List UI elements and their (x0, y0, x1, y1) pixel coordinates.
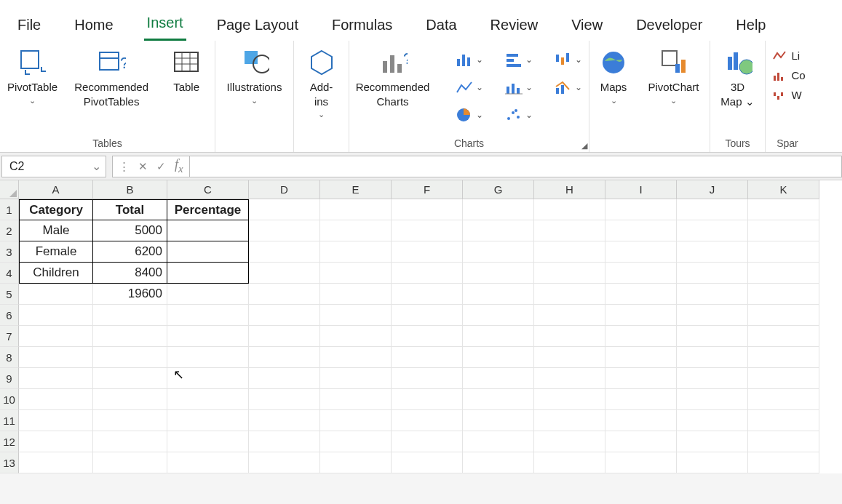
charts-dialog-launcher[interactable]: ◢ (581, 141, 587, 151)
pivottable-button[interactable]: PivotTable ⌄ (3, 45, 62, 111)
cell-K11[interactable] (748, 410, 819, 431)
line-chart-button[interactable]: ⌄ (448, 74, 491, 100)
sparkline-column-button[interactable]: Co (769, 68, 808, 83)
cell-F1[interactable] (392, 199, 463, 220)
3d-map-button[interactable]: 3DMap ⌄ (712, 45, 763, 111)
tab-formulas[interactable]: Formulas (329, 12, 395, 41)
cell-J7[interactable] (677, 326, 748, 347)
cell-G6[interactable] (463, 305, 534, 326)
cell-G3[interactable] (463, 241, 534, 263)
cell-F8[interactable] (392, 347, 463, 368)
select-all-corner[interactable] (0, 180, 19, 199)
column-header-A[interactable]: A (19, 180, 93, 199)
cell-I11[interactable] (605, 410, 677, 431)
illustrations-button[interactable]: Illustrations ⌄ (223, 45, 287, 108)
cell-D5[interactable] (249, 284, 320, 305)
cell-K3[interactable] (748, 241, 819, 263)
cell-G10[interactable] (463, 389, 534, 410)
cell-C8[interactable] (167, 347, 249, 368)
cell-D11[interactable] (249, 410, 320, 431)
cell-J6[interactable] (677, 305, 748, 326)
column-header-G[interactable]: G (463, 180, 534, 199)
spreadsheet-grid[interactable]: ABCDEFGHIJK 1CategoryTotalPercentage2Mal… (0, 180, 842, 473)
cell-J2[interactable] (677, 220, 748, 241)
cell-B9[interactable] (93, 368, 167, 389)
cell-F9[interactable] (392, 368, 463, 389)
cell-B12[interactable] (93, 431, 167, 452)
cell-H9[interactable] (534, 368, 605, 389)
cell-J13[interactable] (677, 452, 748, 473)
cell-K4[interactable] (748, 263, 819, 284)
column-header-J[interactable]: J (677, 180, 748, 199)
cell-G11[interactable] (463, 410, 534, 431)
cell-E9[interactable] (320, 368, 392, 389)
cell-A13[interactable] (19, 452, 93, 473)
cell-F6[interactable] (392, 305, 463, 326)
cell-I12[interactable] (605, 431, 677, 452)
cell-D10[interactable] (249, 389, 320, 410)
cell-E4[interactable] (320, 263, 392, 284)
cell-B8[interactable] (93, 347, 167, 368)
cell-F11[interactable] (392, 410, 463, 431)
addins-button[interactable]: Add- ins ⌄ (296, 45, 347, 122)
cell-E3[interactable] (320, 241, 392, 263)
statistic-chart-button[interactable]: ⌄ (497, 74, 541, 100)
cell-E1[interactable] (320, 199, 392, 220)
row-header-1[interactable]: 1 (0, 199, 19, 220)
cell-K1[interactable] (748, 199, 819, 220)
bar-chart-button[interactable]: ⌄ (497, 47, 541, 73)
combo-chart-button[interactable]: ⌄ (547, 74, 590, 100)
tab-insert[interactable]: Insert (144, 10, 186, 41)
tab-file[interactable]: File (15, 12, 44, 41)
cell-J5[interactable] (677, 284, 748, 305)
cell-H10[interactable] (534, 389, 605, 410)
cell-C6[interactable] (167, 305, 249, 326)
cell-D3[interactable] (249, 241, 320, 263)
row-header-10[interactable]: 10 (0, 389, 19, 410)
cell-J11[interactable] (677, 410, 748, 431)
cell-J9[interactable] (677, 368, 748, 389)
cell-E12[interactable] (320, 431, 392, 452)
tab-home[interactable]: Home (71, 12, 116, 41)
cell-J4[interactable] (677, 263, 748, 284)
cell-F12[interactable] (392, 431, 463, 452)
cell-K10[interactable] (748, 389, 819, 410)
cell-E2[interactable] (320, 220, 392, 241)
tab-developer[interactable]: Developer (633, 12, 705, 41)
cell-G13[interactable] (463, 452, 534, 473)
cell-D9[interactable] (249, 368, 320, 389)
cell-C13[interactable] (167, 452, 249, 473)
cell-A9[interactable] (19, 368, 93, 389)
cell-C3[interactable] (167, 241, 249, 263)
cell-D1[interactable] (249, 199, 320, 220)
more-icon[interactable]: ⋮ (119, 160, 130, 173)
cell-B4[interactable]: 8400 (93, 263, 167, 284)
enter-icon[interactable]: ✓ (156, 160, 166, 173)
cell-I10[interactable] (605, 389, 677, 410)
column-header-K[interactable]: K (748, 180, 819, 199)
cell-G4[interactable] (463, 263, 534, 284)
cell-C12[interactable] (167, 431, 249, 452)
cell-I7[interactable] (605, 326, 677, 347)
column-header-H[interactable]: H (534, 180, 605, 199)
column-chart-button[interactable]: ⌄ (448, 47, 491, 73)
tab-page-layout[interactable]: Page Layout (214, 12, 301, 41)
cell-D8[interactable] (249, 347, 320, 368)
cell-D13[interactable] (249, 452, 320, 473)
waterfall-chart-button[interactable]: ⌄ (547, 47, 590, 73)
cell-E7[interactable] (320, 326, 392, 347)
cell-H8[interactable] (534, 347, 605, 368)
cell-C9[interactable] (167, 368, 249, 389)
cell-D12[interactable] (249, 431, 320, 452)
cell-H5[interactable] (534, 284, 605, 305)
cell-F4[interactable] (392, 263, 463, 284)
cell-D4[interactable] (249, 263, 320, 284)
tab-view[interactable]: View (568, 12, 605, 41)
cell-B6[interactable] (93, 305, 167, 326)
row-header-4[interactable]: 4 (0, 263, 19, 284)
cell-I3[interactable] (605, 241, 677, 263)
cell-H6[interactable] (534, 305, 605, 326)
row-header-2[interactable]: 2 (0, 220, 19, 241)
cell-C11[interactable] (167, 410, 249, 431)
cell-C4[interactable] (167, 263, 249, 284)
